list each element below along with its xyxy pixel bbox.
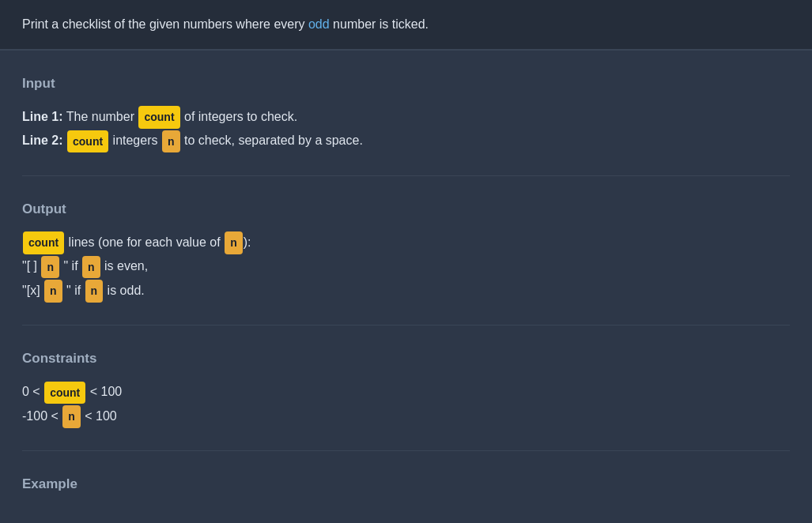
line1-label: Line 1: <box>22 110 63 123</box>
output-line1: count lines (one for each value of n): <box>22 231 790 254</box>
n-badge-2: n <box>225 231 243 254</box>
constraint-line1: 0 < count < 100 <box>22 380 790 404</box>
output-title: Output <box>22 198 790 220</box>
constraints-title: Constraints <box>22 348 790 369</box>
n-badge-5: n <box>44 280 62 303</box>
output-body: count lines (one for each value of n): "… <box>22 231 790 303</box>
n-badge-7: n <box>62 405 81 428</box>
input-line2: Line 2: count integers n to check, separ… <box>22 129 790 152</box>
count-badge-4: count <box>44 382 85 404</box>
highlight-odd: odd <box>308 17 330 31</box>
n-badge-3: n <box>41 256 59 279</box>
count-badge-1: count <box>138 106 179 129</box>
n-badge-4: n <box>82 256 100 279</box>
constraints-body: 0 < count < 100 -100 < n < 100 <box>22 380 790 428</box>
example-title: Example <box>22 473 790 495</box>
output-line3: "[x] n " if n is odd. <box>22 279 790 303</box>
count-badge-3: count <box>23 231 64 254</box>
line1-suffix: of integers to check. <box>184 110 297 123</box>
example-section: Example <box>22 473 790 495</box>
line2-label: Line 2: <box>22 134 63 147</box>
n-badge-6: n <box>85 280 104 303</box>
n-badge-1: n <box>162 130 180 153</box>
constraint-line2: -100 < n < 100 <box>22 404 790 428</box>
output-section: Output count lines (one for each value o… <box>22 198 790 303</box>
constraints-section: Constraints 0 < count < 100 -100 < n < 1… <box>22 348 790 428</box>
content-area: Input Line 1: The number count of intege… <box>0 51 812 523</box>
divider-2 <box>22 325 790 325</box>
input-section: Input Line 1: The number count of intege… <box>22 73 790 153</box>
input-body: Line 1: The number count of integers to … <box>22 105 790 153</box>
output-line2: "[ ] n " if n is even, <box>22 254 790 278</box>
top-bar: Print a checklist of the given numbers w… <box>0 0 812 51</box>
description: Print a checklist of the given numbers w… <box>22 14 790 35</box>
count-badge-2: count <box>67 130 108 153</box>
input-title: Input <box>22 73 790 94</box>
divider-3 <box>22 450 790 451</box>
input-line1: Line 1: The number count of integers to … <box>22 105 790 129</box>
divider-1 <box>22 175 790 176</box>
